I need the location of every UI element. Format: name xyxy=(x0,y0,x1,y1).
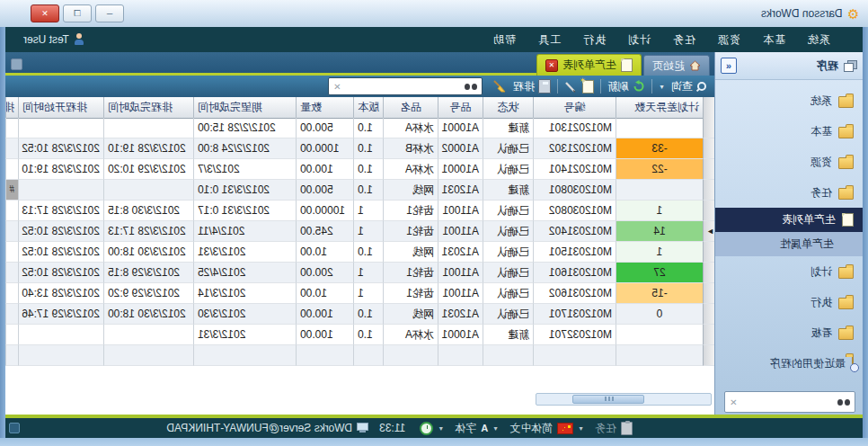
column-header[interactable]: 排 xyxy=(5,97,18,119)
cell-code[interactable]: M012031501 xyxy=(533,242,616,263)
menu-item[interactable]: 计划 xyxy=(616,32,661,48)
clock-dropdown-icon[interactable]: ▼ xyxy=(438,425,444,432)
cell-qty[interactable]: 100.00 xyxy=(296,325,353,345)
cell-code[interactable]: M012021302 xyxy=(533,138,616,159)
cell-expected[interactable]: 2012/3/31 xyxy=(193,242,296,263)
cell-qty[interactable]: 200.00 xyxy=(296,263,353,283)
cell-qty[interactable] xyxy=(296,345,353,366)
cell-code[interactable]: M012031602 xyxy=(533,283,616,304)
cell-expected[interactable]: 2012/2/24 8:00 xyxy=(193,138,296,159)
sidebar-search-input[interactable] xyxy=(740,395,834,409)
cell-status[interactable]: 已确认 xyxy=(483,138,533,159)
cell-status[interactable]: 已确认 xyxy=(483,283,533,304)
row-header[interactable] xyxy=(703,345,714,366)
cell-qty[interactable]: 10.00 xyxy=(296,283,353,304)
cell-diff[interactable]: 0 xyxy=(616,304,703,325)
cell-sched_start[interactable]: 2012/3/28 10:52 xyxy=(18,242,103,263)
clear-schedule-button[interactable] xyxy=(492,80,507,93)
table-row[interactable]: M012032701新建A10001水杯A1.0100.002012/3/31 xyxy=(5,325,714,345)
sidebar-item[interactable]: 看板 xyxy=(715,317,863,348)
cell-sched_end[interactable]: 2012/3/30 18:00 xyxy=(103,242,193,263)
cell-diff[interactable]: 14 xyxy=(616,221,703,242)
cell-qty[interactable]: 10000.00 xyxy=(296,201,353,221)
cell-status[interactable]: 已确认 xyxy=(483,304,533,325)
sidebar-item[interactable]: 基本 xyxy=(715,116,863,147)
cell-version[interactable]: 1 xyxy=(353,283,383,304)
cell-partial[interactable] xyxy=(5,325,18,345)
cell-partial[interactable] xyxy=(5,304,18,325)
cell-sched_end[interactable]: 2012/3/28 19:10 xyxy=(103,138,193,159)
maximize-button[interactable]: ❐ xyxy=(63,4,92,22)
row-header[interactable] xyxy=(703,325,714,345)
cell-version[interactable]: 1 xyxy=(353,263,383,283)
cell-code[interactable]: M012031402 xyxy=(533,221,616,242)
cell-code[interactable]: M012031601 xyxy=(533,263,616,283)
cell-partial[interactable] xyxy=(5,159,18,180)
cell-partial[interactable] xyxy=(5,242,18,263)
column-header[interactable]: 排程完成时间 xyxy=(103,97,193,119)
cell-sched_end[interactable]: 2012/3/30 8:15 xyxy=(103,201,193,221)
row-header[interactable] xyxy=(703,138,714,159)
horizontal-scrollbar[interactable] xyxy=(536,393,712,406)
cell-code[interactable]: M012021301 xyxy=(533,118,616,138)
cell-code[interactable]: M012031701 xyxy=(533,304,616,325)
cell-sched_start[interactable]: 2012/3/28 10:52 xyxy=(18,138,103,159)
cell-code[interactable] xyxy=(533,345,616,366)
table-row[interactable]: -33M012021302已确认A10002水杯B1.01000.002012/… xyxy=(5,138,714,159)
cell-status[interactable]: 已确认 xyxy=(483,221,533,242)
tab-production-order-list[interactable]: 生产单列表 ✕ xyxy=(536,54,642,76)
row-header[interactable]: ► xyxy=(703,221,714,242)
cell-code[interactable]: M012030802 xyxy=(533,201,616,221)
cell-expected[interactable]: 2012/2/28 15:00 xyxy=(193,118,296,138)
table-row[interactable] xyxy=(5,345,714,366)
sidebar-item[interactable]: 系统 xyxy=(715,85,863,116)
cell-partial[interactable] xyxy=(5,201,18,221)
cell-diff[interactable] xyxy=(616,345,703,366)
column-header[interactable]: 状态 xyxy=(483,97,533,119)
cell-partial[interactable]: # xyxy=(5,180,18,201)
row-header[interactable] xyxy=(703,242,714,263)
cell-item_no[interactable]: A12031 xyxy=(438,304,483,325)
cell-partial[interactable] xyxy=(5,138,18,159)
cell-item_name[interactable] xyxy=(383,345,438,366)
cell-item_no[interactable] xyxy=(438,345,483,366)
cell-sched_start[interactable] xyxy=(18,325,103,345)
cell-expected[interactable]: 2012/4/25 xyxy=(193,263,296,283)
cell-expected[interactable]: 2012/4/11 xyxy=(193,221,296,242)
cell-diff[interactable]: 1 xyxy=(616,201,703,221)
cell-qty[interactable]: 100.00 xyxy=(296,304,353,325)
column-header[interactable]: 编号 xyxy=(533,97,616,119)
minimize-button[interactable]: ─ xyxy=(95,4,124,22)
cell-diff[interactable] xyxy=(616,118,703,138)
cell-item_no[interactable]: A12031 xyxy=(438,242,483,263)
cell-qty[interactable]: 245.00 xyxy=(296,221,353,242)
cell-expected[interactable]: 2012/3/7 xyxy=(193,159,296,180)
cell-version[interactable]: 1.0 xyxy=(353,138,383,159)
table-row[interactable]: M012030801新建A12031网线1.0500.002012/3/31 0… xyxy=(5,180,714,201)
new-button[interactable] xyxy=(582,80,594,94)
menu-item[interactable]: 资源 xyxy=(706,32,751,48)
cell-item_no[interactable]: A11001 xyxy=(438,283,483,304)
cell-sched_start[interactable] xyxy=(18,118,103,138)
menu-item[interactable]: 系统 xyxy=(796,32,841,48)
sidebar-search-clear-icon[interactable]: ✕ xyxy=(730,397,737,407)
title-bar[interactable]: ⚙ Darsson DWorks ─ ❐ ✕ xyxy=(0,0,868,28)
cell-item_name[interactable]: 水杯A xyxy=(383,118,438,138)
column-header[interactable]: 期望完成时间 xyxy=(193,97,296,119)
table-row[interactable]: ►14M012031402已确认A11001齿轮11245.002012/4/1… xyxy=(5,221,714,242)
menu-item[interactable]: 执行 xyxy=(571,32,616,48)
cell-version[interactable]: 1 xyxy=(353,221,383,242)
sidebar-item[interactable]: 生产单列表 xyxy=(715,208,863,232)
cell-item_name[interactable]: 网线 xyxy=(383,180,438,201)
row-header[interactable] xyxy=(703,180,714,201)
cell-item_no[interactable]: A11001 xyxy=(438,263,483,283)
cell-item_name[interactable]: 齿轮1 xyxy=(383,221,438,242)
cell-sched_end[interactable] xyxy=(103,345,193,366)
cell-expected[interactable]: 2012/3/30 xyxy=(193,304,296,325)
toolbar-search-clear-icon[interactable]: ✕ xyxy=(333,82,341,92)
table-row[interactable]: -22M012021401已确认A10001水杯A1.0100.002012/3… xyxy=(5,159,714,180)
menu-item[interactable]: 帮助 xyxy=(482,32,527,48)
column-header[interactable]: 排程开始时间 xyxy=(18,97,103,119)
cell-sched_end[interactable]: 2012/3/30 18:00 xyxy=(103,304,193,325)
cell-status[interactable]: 新建 xyxy=(483,325,533,345)
